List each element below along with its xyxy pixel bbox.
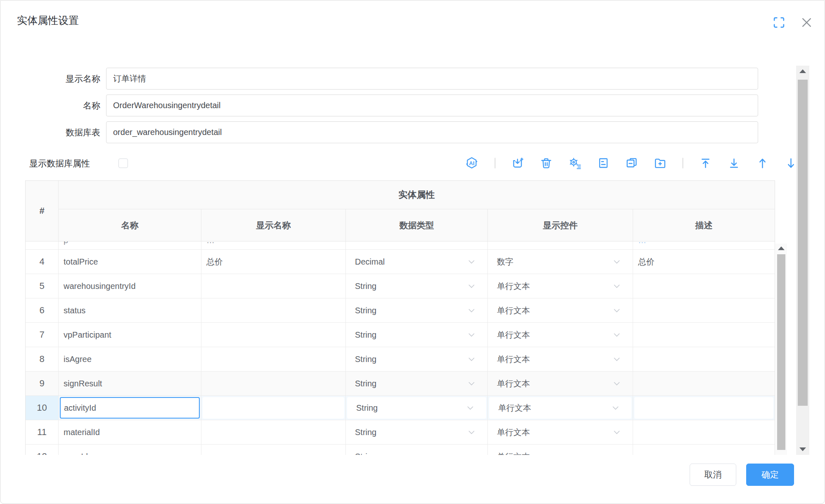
data-type-value: String [355, 452, 376, 455]
description-cell[interactable] [633, 347, 775, 371]
data-type-select[interactable]: Decimal [346, 250, 487, 274]
display-name-input[interactable] [106, 68, 758, 90]
close-icon[interactable] [801, 17, 812, 28]
description-cell[interactable] [633, 323, 775, 347]
display-name-cell[interactable] [201, 420, 345, 444]
attribute-name-cell[interactable]: specId [59, 445, 201, 455]
control-select[interactable]: 单行文本 [488, 445, 633, 455]
control-value: 单行文本 [497, 354, 530, 365]
description-cell[interactable] [633, 420, 775, 444]
name-input[interactable] [106, 95, 758, 116]
cancel-button[interactable]: 取消 [690, 464, 736, 486]
copy-icon[interactable] [625, 157, 638, 170]
move-down-icon[interactable] [785, 157, 797, 170]
ok-button[interactable]: 确定 [746, 464, 794, 486]
move-to-top-icon[interactable] [699, 157, 712, 170]
attribute-name-cell[interactable]: activityId [60, 397, 200, 419]
data-type-select[interactable]: String [346, 298, 487, 322]
show-db-attrs-label: 显示数据库属性 [29, 158, 90, 169]
data-type-value: String [355, 282, 376, 291]
db-table-input[interactable] [106, 121, 758, 143]
document-icon[interactable] [597, 157, 610, 169]
name-label: 名称 [0, 100, 100, 111]
attribute-name-cell[interactable]: vpParticipant [59, 323, 201, 347]
control-select[interactable]: 单行文本 [488, 420, 633, 444]
attribute-name-cell[interactable]: signResult [59, 371, 201, 395]
display-name-cell[interactable] [201, 445, 345, 455]
display-name-cell[interactable] [201, 347, 345, 371]
chevron-down-icon [468, 454, 475, 455]
display-name-cell[interactable] [201, 298, 345, 322]
data-type-select[interactable]: String [346, 371, 487, 395]
table-row: 11 materialId String 单行文本 [26, 420, 775, 445]
control-select[interactable]: 数字 [488, 250, 633, 274]
svg-text:AI: AI [469, 160, 475, 166]
display-name-cell[interactable] [201, 371, 345, 395]
description-cell[interactable] [633, 371, 775, 395]
clipped-text: … [201, 241, 215, 245]
display-name-cell[interactable]: 总价 [201, 250, 345, 274]
chevron-down-icon [613, 357, 620, 362]
add-folder-icon[interactable] [654, 157, 667, 170]
entity-attributes-table: # 实体属性 名称 显示名称 数据类型 显示控件 描述 p … … 4 t [25, 180, 775, 455]
partial-scrolled-row: p … … [26, 241, 775, 250]
data-type-select[interactable]: String [347, 397, 486, 419]
table-scrollbar-thumb[interactable] [777, 254, 785, 450]
display-name-text: 总价 [206, 256, 223, 267]
row-index: 11 [26, 420, 59, 444]
scroll-down-arrow[interactable] [799, 447, 806, 451]
table-scrollbar[interactable] [775, 244, 787, 455]
row-index: 7 [26, 323, 59, 347]
data-type-value: String [355, 379, 376, 388]
import-icon[interactable] [511, 157, 524, 170]
row-index: 12 [26, 445, 59, 455]
control-value: 单行文本 [498, 402, 531, 414]
data-type-select[interactable]: String [346, 445, 487, 455]
control-select[interactable]: 单行文本 [488, 371, 633, 395]
attribute-name-cell[interactable]: materialId [59, 420, 201, 444]
table-row: 12 specId String 单行文本 [26, 445, 775, 455]
attribute-name-cell[interactable]: warehousingentryId [59, 274, 201, 298]
chevron-down-icon [613, 284, 620, 289]
ai-icon[interactable]: AI [465, 156, 479, 170]
control-value: 单行文本 [497, 427, 530, 438]
form-row-display-name: 显示名称 [0, 68, 758, 90]
chevron-down-icon [613, 308, 620, 313]
description-cell[interactable]: 总价 [633, 250, 775, 274]
show-db-attrs-checkbox[interactable] [118, 159, 128, 168]
table-row: 6 status String 单行文本 [26, 298, 775, 323]
scroll-up-arrow[interactable] [778, 246, 785, 250]
control-select[interactable]: 单行文本 [488, 323, 633, 347]
control-select[interactable]: 单行文本 [489, 397, 631, 419]
data-type-value: String [355, 306, 376, 315]
display-name-cell[interactable] [203, 397, 344, 419]
display-name-cell[interactable] [201, 323, 345, 347]
display-name-cell[interactable] [201, 274, 345, 298]
control-select[interactable]: 单行文本 [488, 274, 633, 298]
delete-icon[interactable] [540, 157, 553, 170]
attribute-name-cell[interactable]: status [59, 298, 201, 322]
attribute-name-cell[interactable]: totalPrice [59, 250, 201, 274]
data-type-select[interactable]: String [346, 347, 487, 371]
description-cell[interactable] [633, 274, 775, 298]
description-cell[interactable] [633, 298, 775, 322]
settings-icon[interactable] [568, 156, 582, 170]
move-up-icon[interactable] [756, 157, 769, 170]
attribute-name-cell[interactable]: isAgree [59, 347, 201, 371]
description-cell[interactable] [634, 397, 773, 419]
data-type-select[interactable]: String [346, 420, 487, 444]
data-type-select[interactable]: String [346, 323, 487, 347]
chevron-down-icon [468, 260, 475, 264]
chevron-down-icon [468, 430, 475, 435]
fullscreen-icon[interactable] [773, 16, 785, 29]
control-select[interactable]: 单行文本 [488, 347, 633, 371]
move-to-bottom-icon[interactable] [728, 157, 740, 170]
scroll-up-arrow[interactable] [799, 69, 806, 73]
control-select[interactable]: 单行文本 [488, 298, 633, 322]
data-type-value: String [356, 403, 378, 413]
dialog-scrollbar[interactable] [796, 66, 809, 455]
dialog-scrollbar-thumb[interactable] [798, 80, 808, 406]
description-cell[interactable] [633, 445, 775, 455]
clipped-text: … [633, 241, 646, 245]
data-type-select[interactable]: String [346, 274, 487, 298]
